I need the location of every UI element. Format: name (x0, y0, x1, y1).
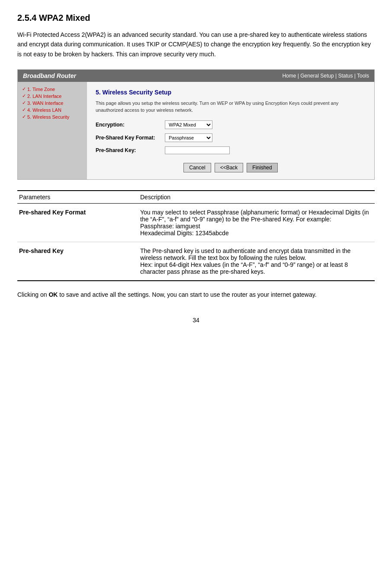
check-icon-1: ✓ (22, 86, 26, 92)
table-row: Pre-shared Key Format You may select to … (17, 203, 375, 242)
check-icon-4: ✓ (22, 107, 26, 113)
psk-format-label: Pre-Shared Key Format: (96, 135, 165, 141)
sidebar-label-1: 1. Time Zone (27, 87, 55, 92)
psk-format-select[interactable]: Passphrase (165, 133, 212, 142)
sidebar-item-wireless-security[interactable]: ✓ 5. Wireless Security (22, 114, 83, 120)
sidebar-label-2: 2. LAN Interface (27, 94, 62, 99)
router-brand-title: Broadband Router (23, 72, 76, 79)
router-header: Broadband Router Home | General Setup | … (18, 70, 374, 82)
action-buttons: Cancel <<Back Finished (96, 163, 366, 172)
psk-input[interactable] (165, 146, 230, 154)
section-title: 5. Wireless Security Setup (96, 89, 366, 96)
table-row: Pre-shared Key The Pre-shared key is use… (17, 242, 375, 281)
sidebar-label-5: 5. Wireless Security (27, 114, 69, 120)
sidebar-label-3: 3. WAN Interface (27, 101, 63, 106)
check-icon-5: ✓ (22, 114, 26, 120)
col-header-params: Parameters (17, 191, 138, 204)
check-icon-2: ✓ (22, 93, 26, 99)
sidebar-item-timezone[interactable]: ✓ 1. Time Zone (22, 86, 83, 92)
param-psk: Pre-shared Key (17, 242, 138, 281)
psk-row: Pre-Shared Key: (96, 146, 366, 154)
finished-button[interactable]: Finished (247, 163, 277, 172)
sidebar-label-4: 4. Wireless LAN (27, 107, 61, 113)
cancel-button[interactable]: Cancel (183, 163, 211, 172)
router-nav: Home | General Setup | Status | Tools (282, 73, 369, 79)
intro-paragraph: Wi-Fi Protected Access 2(WPA2) is an adv… (17, 30, 375, 59)
psk-format-row: Pre-Shared Key Format: Passphrase (96, 133, 366, 142)
section-description: This page allows you setup the wireless … (96, 100, 366, 114)
desc-psk-format: You may select to select Passphrase (alp… (138, 203, 375, 242)
footer-text-rest: to save and active all the settings. Now… (59, 291, 316, 298)
router-body: ✓ 1. Time Zone ✓ 2. LAN Interface ✓ 3. W… (18, 82, 374, 179)
col-header-desc: Description (138, 191, 375, 204)
encryption-label: Encryption: (96, 122, 165, 128)
router-sidebar: ✓ 1. Time Zone ✓ 2. LAN Interface ✓ 3. W… (18, 82, 87, 179)
param-psk-format: Pre-shared Key Format (17, 203, 138, 242)
page-number: 34 (17, 317, 375, 324)
sidebar-item-wan[interactable]: ✓ 3. WAN Interface (22, 100, 83, 106)
sidebar-item-lan[interactable]: ✓ 2. LAN Interface (22, 93, 83, 99)
check-icon-3: ✓ (22, 100, 26, 106)
encryption-select[interactable]: WPA2 Mixed (165, 120, 212, 129)
desc-psk: The Pre-shared key is used to authentica… (138, 242, 375, 281)
page-title: 2.5.4 WPA2 Mixed (17, 13, 375, 23)
footer-paragraph: Clicking on OK to save and active all th… (17, 290, 375, 299)
router-ui-box: Broadband Router Home | General Setup | … (17, 69, 375, 180)
parameters-table: Parameters Description Pre-shared Key Fo… (17, 190, 375, 281)
ok-bold: OK (48, 291, 58, 298)
back-button[interactable]: <<Back (215, 163, 244, 172)
router-main-content: 5. Wireless Security Setup This page all… (87, 82, 374, 179)
encryption-row: Encryption: WPA2 Mixed (96, 120, 366, 129)
sidebar-item-wireless-lan[interactable]: ✓ 4. Wireless LAN (22, 107, 83, 113)
psk-label: Pre-Shared Key: (96, 147, 165, 153)
